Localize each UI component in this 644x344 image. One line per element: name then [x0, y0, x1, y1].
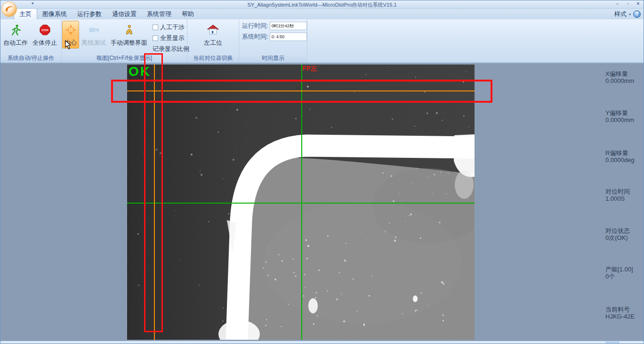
speck [362, 312, 362, 312]
speck [468, 126, 469, 128]
speck [369, 295, 370, 296]
speck [143, 153, 144, 154]
speck [340, 293, 342, 295]
stat-y-offset: Y偏移量 0.0000mm [605, 109, 634, 123]
speck [415, 77, 416, 78]
speck [443, 320, 444, 321]
speck [444, 113, 444, 113]
speck [409, 215, 410, 216]
speck [267, 275, 269, 276]
offline-test-label: 离线测试 [81, 39, 106, 47]
stat-value: 0.0000mm [605, 77, 634, 84]
speck [432, 291, 432, 292]
speck [410, 213, 412, 215]
speck [282, 260, 283, 262]
resize-grip[interactable] [606, 342, 619, 344]
speck [373, 209, 374, 210]
speck [288, 303, 289, 305]
manual-intervene-checkbox[interactable]: 人工干涉 [153, 23, 189, 32]
run-time-field[interactable]: 0时2分42秒 [270, 22, 307, 30]
speck [236, 109, 238, 111]
stop-all-button[interactable]: STOP 全体停止 [30, 21, 59, 49]
speck [336, 298, 338, 300]
tab-run-params[interactable]: 运行参数 [72, 8, 107, 19]
speck [411, 183, 412, 184]
speck [292, 258, 294, 260]
speck [223, 178, 224, 179]
stat-label: 对位状态 [605, 227, 630, 234]
checkbox-icon [153, 25, 158, 30]
speck [388, 66, 389, 67]
speck [138, 285, 139, 286]
tab-help[interactable]: 帮助 [177, 8, 199, 19]
speck [137, 233, 139, 235]
speck [304, 274, 306, 275]
speck [441, 281, 443, 283]
tab-image-system[interactable]: 图像系统 [37, 8, 72, 19]
speck [446, 193, 447, 195]
help-icon[interactable]: ? [633, 10, 641, 18]
speck [427, 113, 428, 114]
runner-icon [10, 23, 22, 36]
group-view: 中心 离线测试 手动调整界面 [62, 19, 187, 62]
tab-system-mgmt[interactable]: 系统管理 [142, 8, 177, 19]
chevron-down-icon[interactable]: ▾ [629, 12, 631, 16]
speck [356, 311, 357, 311]
speck [445, 281, 446, 282]
quick-access-arrow-icon[interactable]: ▾ [32, 1, 34, 6]
manual-adjust-button[interactable]: 手动调整界面 [108, 21, 150, 49]
sys-time-field[interactable]: 0: 4:50 [270, 33, 307, 41]
stat-label: 产能[1.00] [605, 266, 633, 273]
stop-sign-icon: STOP [40, 23, 50, 36]
speck [349, 107, 349, 108]
speck [200, 171, 201, 172]
speck [195, 117, 197, 119]
group-label-view: 视图[Ctrl+F/f全屏显示] [62, 54, 187, 62]
camera-view: OK FP左 [127, 65, 475, 340]
speck [361, 232, 362, 233]
speck [402, 263, 403, 263]
speck [395, 237, 396, 238]
speck [382, 172, 384, 174]
speck [303, 295, 304, 296]
speck [225, 158, 226, 159]
speck [267, 320, 267, 321]
close-button[interactable]: ✕ [635, 1, 641, 6]
app-orb-button[interactable] [1, 1, 17, 19]
speck [339, 272, 340, 273]
speck [199, 285, 200, 286]
stat-x-offset: X偏移量 0.0000mm [605, 70, 634, 84]
run-time-label: 运行时间: [242, 22, 268, 30]
left-station-button[interactable]: 左工位 [201, 21, 225, 49]
minimize-button[interactable]: – [614, 1, 620, 6]
window-title: SY_AliagnSystemLinkToWorld---MicroDistPr… [247, 1, 396, 8]
speck [293, 225, 294, 226]
speck [344, 260, 346, 262]
speck [363, 324, 365, 325]
speck [429, 212, 430, 213]
tab-comm-settings[interactable]: 通信设置 [107, 8, 142, 19]
style-menu[interactable]: 样式 [614, 10, 627, 18]
speck [281, 326, 282, 327]
speck [346, 272, 346, 272]
speck [217, 131, 219, 133]
auto-work-button[interactable]: 自动工作 [1, 21, 30, 49]
speck [414, 126, 415, 127]
restore-button[interactable]: ▫ [625, 1, 631, 6]
speck [405, 221, 406, 222]
app-logo-icon [1, 1, 17, 17]
speck [402, 198, 402, 199]
speck [263, 267, 264, 269]
speck [445, 106, 445, 107]
speck [345, 243, 346, 244]
speck [428, 305, 428, 305]
speck [448, 173, 449, 174]
speck [394, 240, 396, 242]
panorama-checkbox[interactable]: 全景显示 [153, 34, 189, 42]
menu-tab-bar: 主页 图像系统 运行参数 通信设置 系统管理 帮助 样式 ▾ ? [0, 8, 644, 19]
record-scale-link[interactable]: 记录显示比例 [153, 45, 189, 53]
ribbon: 自动工作 STOP 全体停止 系统自动/停止操作 [0, 19, 644, 63]
offline-test-button[interactable]: 离线测试 [79, 21, 108, 49]
stat-value: 0.0000mm [605, 116, 634, 123]
auto-work-label: 自动工作 [3, 39, 28, 47]
